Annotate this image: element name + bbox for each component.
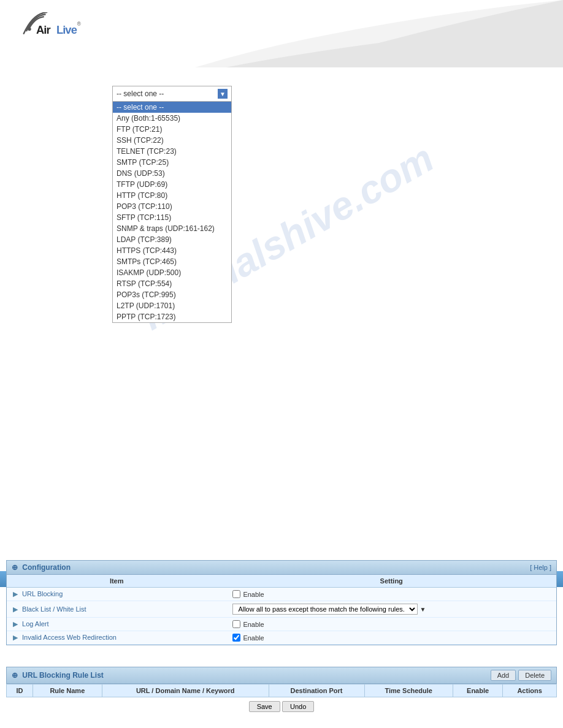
dropdown-option-11[interactable]: SNMP & traps (UDP:161-162) bbox=[113, 223, 231, 234]
rule-list-header: ⊕ URL Blocking Rule List Add Delete bbox=[6, 667, 557, 684]
blacklist-select[interactable]: Allow all to pass except those match the… bbox=[232, 604, 418, 615]
config-setting-url-blocking: Enable bbox=[226, 588, 556, 601]
help-link[interactable]: [ Help ] bbox=[530, 564, 551, 571]
dropdown-option-14[interactable]: SMTPs (TCP:465) bbox=[113, 256, 231, 267]
rule-list-icon: ⊕ bbox=[12, 671, 18, 680]
delete-rule-button[interactable]: Delete bbox=[518, 670, 551, 681]
svg-text:®: ® bbox=[77, 21, 81, 27]
airlive-logo: Air Live ® bbox=[12, 12, 86, 46]
undo-button[interactable]: Undo bbox=[282, 701, 314, 712]
dropdown-area: -- select one -- ▼ -- select one -- Any … bbox=[0, 67, 563, 102]
config-table: Item Setting ▶ URL Blocking Enabl bbox=[7, 575, 556, 645]
svg-text:Air: Air bbox=[36, 23, 50, 36]
dropdown-option-6[interactable]: DNS (UDP:53) bbox=[113, 168, 231, 179]
dropdown-option-10[interactable]: SFTP (TCP:115) bbox=[113, 212, 231, 223]
rule-table-header-row: ID Rule Name URL / Domain Name / Keyword… bbox=[7, 684, 557, 697]
rule-list-title-text: URL Blocking Rule List bbox=[22, 671, 103, 680]
dropdown-option-18[interactable]: L2TP (UDP:1701) bbox=[113, 300, 231, 311]
invalid-access-enable-label: Enable bbox=[243, 634, 264, 642]
dropdown-option-8[interactable]: HTTP (TCP:80) bbox=[113, 190, 231, 201]
log-alert-enable-label: Enable bbox=[243, 621, 264, 628]
log-alert-checkbox-label[interactable]: Enable bbox=[232, 620, 550, 628]
url-blocking-checkbox-label[interactable]: Enable bbox=[232, 590, 550, 598]
invalid-access-checkbox-label[interactable]: Enable bbox=[232, 634, 550, 642]
header: Air Live ® bbox=[0, 0, 563, 67]
dropdown-option-0[interactable]: -- select one -- bbox=[113, 102, 231, 113]
config-row-invalid-access: ▶ Invalid Access Web Redirection Enable bbox=[7, 631, 556, 645]
row-arrow-icon: ▶ bbox=[13, 634, 18, 641]
dropdown-option-2[interactable]: FTP (TCP:21) bbox=[113, 124, 231, 135]
dropdown-option-13[interactable]: HTTPS (TCP:443) bbox=[113, 245, 231, 256]
invalid-access-checkbox[interactable] bbox=[232, 634, 240, 642]
dropdown-arrow-icon: ▼ bbox=[218, 89, 228, 99]
config-row-blacklist: ▶ Black List / White List Allow all to p… bbox=[7, 601, 556, 618]
row-arrow-icon: ▶ bbox=[13, 590, 18, 597]
col-id: ID bbox=[7, 684, 33, 697]
rule-buttons: Add Delete bbox=[491, 670, 551, 681]
dropdown-option-17[interactable]: POP3s (TCP:995) bbox=[113, 289, 231, 300]
config-setting-invalid-access: Enable bbox=[226, 631, 556, 645]
select-label: -- select one -- bbox=[117, 89, 164, 98]
config-setting-log-alert: Enable bbox=[226, 618, 556, 631]
dropdown-option-3[interactable]: SSH (TCP:22) bbox=[113, 135, 231, 146]
dropdown-option-16[interactable]: RTSP (TCP:554) bbox=[113, 278, 231, 289]
config-title: ⊕ Configuration bbox=[12, 563, 71, 572]
col-actions: Actions bbox=[503, 684, 557, 697]
dropdown-option-4[interactable]: TELNET (TCP:23) bbox=[113, 146, 231, 157]
config-setting-blacklist: Allow all to pass except those match the… bbox=[226, 601, 556, 618]
dropdown-option-5[interactable]: SMTP (TCP:25) bbox=[113, 157, 231, 168]
dropdown-option-15[interactable]: ISAKMP (UDP:500) bbox=[113, 267, 231, 278]
dropdown-option-9[interactable]: POP3 (TCP:110) bbox=[113, 201, 231, 212]
rule-list-panel: ⊕ URL Blocking Rule List Add Delete ID R… bbox=[6, 667, 557, 716]
col-enable: Enable bbox=[453, 684, 502, 697]
config-item-blacklist: ▶ Black List / White List bbox=[7, 601, 226, 618]
config-row-log-alert: ▶ Log Alert Enable bbox=[7, 618, 556, 631]
save-button[interactable]: Save bbox=[249, 701, 280, 712]
service-select[interactable]: -- select one -- ▼ bbox=[112, 86, 232, 102]
config-icon: ⊕ bbox=[12, 563, 18, 572]
svg-text:Live: Live bbox=[56, 23, 77, 36]
svg-point-0 bbox=[28, 28, 31, 31]
rule-list-title: ⊕ URL Blocking Rule List bbox=[12, 671, 104, 680]
col-rule-name: Rule Name bbox=[33, 684, 102, 697]
col-url: URL / Domain Name / Keyword bbox=[102, 684, 269, 697]
action-buttons-area: Save Undo bbox=[6, 697, 557, 716]
row-arrow-icon: ▶ bbox=[13, 605, 18, 613]
url-blocking-checkbox[interactable] bbox=[232, 590, 240, 598]
col-dest-port: Destination Port bbox=[269, 684, 364, 697]
blacklist-dropdown-arrow: ▼ bbox=[419, 606, 426, 613]
col-setting: Setting bbox=[226, 575, 556, 588]
config-panel-header: ⊕ Configuration [ Help ] bbox=[6, 560, 557, 575]
dropdown-option-1[interactable]: Any (Both:1-65535) bbox=[113, 113, 231, 124]
row-arrow-icon: ▶ bbox=[13, 620, 18, 628]
config-item-log-alert: ▶ Log Alert bbox=[7, 618, 226, 631]
config-panel-body: Item Setting ▶ URL Blocking Enabl bbox=[6, 575, 557, 645]
config-item-invalid-access: ▶ Invalid Access Web Redirection bbox=[7, 631, 226, 645]
col-time-schedule: Time Schedule bbox=[364, 684, 453, 697]
dropdown-option-19[interactable]: PPTP (TCP:1723) bbox=[113, 311, 231, 322]
log-alert-checkbox[interactable] bbox=[232, 620, 240, 628]
add-rule-button[interactable]: Add bbox=[491, 670, 516, 681]
dropdown-list: -- select one -- Any (Both:1-65535) FTP … bbox=[112, 102, 232, 323]
config-row-url-blocking: ▶ URL Blocking Enable bbox=[7, 588, 556, 601]
config-title-text: Configuration bbox=[22, 563, 71, 572]
col-item: Item bbox=[7, 575, 226, 588]
rule-table: ID Rule Name URL / Domain Name / Keyword… bbox=[6, 684, 557, 697]
header-decoration bbox=[195, 0, 563, 67]
dropdown-option-7[interactable]: TFTP (UDP:69) bbox=[113, 179, 231, 190]
dropdown-option-12[interactable]: LDAP (TCP:389) bbox=[113, 234, 231, 245]
url-blocking-enable-label: Enable bbox=[243, 591, 264, 598]
config-panel: ⊕ Configuration [ Help ] Item Setting ▶ bbox=[6, 560, 557, 645]
config-item-url-blocking: ▶ URL Blocking bbox=[7, 588, 226, 601]
